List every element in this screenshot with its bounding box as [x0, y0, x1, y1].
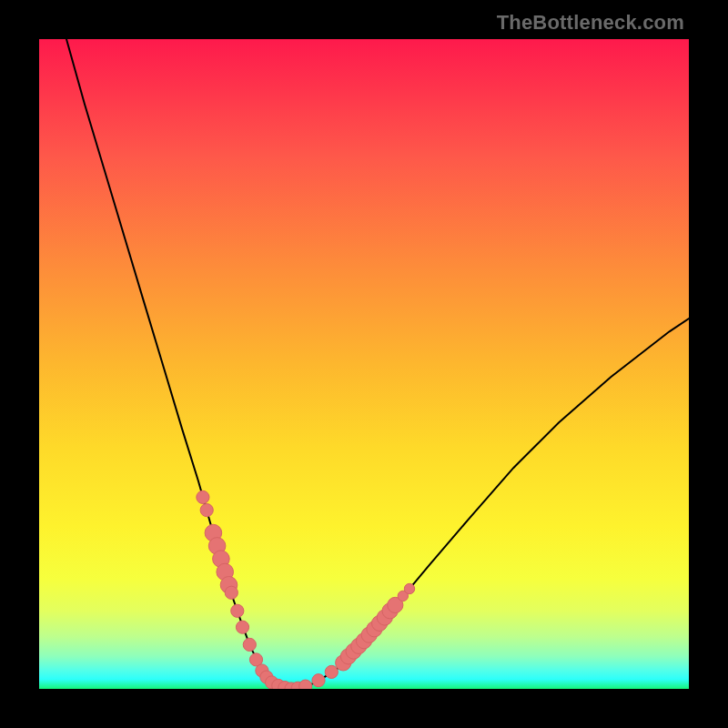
chart-background-gradient — [39, 39, 689, 689]
chart-frame: TheBottleneck.com — [0, 0, 728, 728]
watermark-text: TheBottleneck.com — [497, 11, 684, 35]
